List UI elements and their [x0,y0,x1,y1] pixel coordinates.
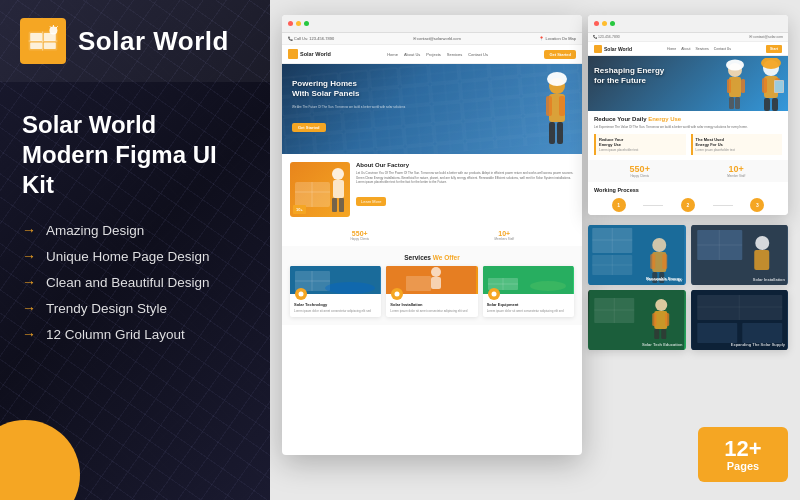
mini-logo-text: Solar World [300,51,331,57]
svg-rect-4 [44,43,56,49]
stat-clients: 550+ Happy Clients [290,230,430,241]
svg-rect-18 [559,96,565,116]
nav-cta-button[interactable]: Get Started [544,50,576,59]
svg-point-39 [395,292,400,297]
about-text: About Our Factory Let Us Convince You Of… [356,162,574,217]
svg-rect-95 [697,323,737,343]
sec-stat-clients-label: Happy Clients [594,174,686,178]
left-panel: Solar World Solar World Modern Figma UI … [0,0,270,500]
svg-rect-17 [546,96,552,116]
energy-card-2-title: The Most UsedEnergy For Us [696,137,780,147]
browser-bar [282,15,582,33]
browser-content: 📞 Call Us: 123-456-7890 ✉ contact@solarw… [282,33,582,455]
svg-rect-1 [30,33,42,41]
svg-rect-3 [30,43,42,49]
thumbs-inner: Renewable Energy Renewable Energy Solar … [588,225,788,350]
step-consulting-label: Consulting [610,215,627,216]
step-connector-1 [643,205,663,206]
page-thumb-renewable: Renewable Energy Renewable Energy [588,225,686,285]
arrow-icon: → [22,222,36,238]
arrow-icon: → [22,248,36,264]
step-funding-circle: 3 [750,198,764,212]
sec-nav-home: Home [667,47,676,51]
service-tech-title: Solar Technology [294,302,377,307]
mini-nav: Solar World Home About Us Projects Servi… [282,45,582,64]
brand-name: Solar World [78,27,229,56]
arrow-icon: → [22,300,36,316]
feature-text: Amazing Design [46,223,144,238]
sec-nav-services: Services [695,47,708,51]
svg-rect-92 [697,295,782,320]
left-content: Solar World Modern Figma UI Kit →Amazing… [0,82,270,382]
feature-list: →Amazing Design→Unique Home Page Design→… [22,222,248,342]
page-thumbnails-grid: Renewable Energy Renewable Energy Solar … [588,225,788,440]
page-thumb-supply: Expanding The Solar Supply [691,290,789,350]
svg-rect-88 [665,313,669,326]
stat-clients-label: Happy Clients [290,237,430,241]
energy-card-1-text: Lorem ipsum placeholder text [599,148,683,152]
feature-item: →12 Column Grid Layout [22,326,248,342]
svg-point-21 [547,72,567,86]
energy-section: Reduce Your Daily Energy Use Let Experie… [588,111,788,160]
svg-rect-52 [775,81,783,92]
svg-point-36 [431,267,441,277]
sec-stat-members-label: Member Staff [691,174,783,178]
feature-text: Clean and Beautiful Design [46,275,210,290]
svg-point-25 [332,168,344,180]
sec-topbar-phone: 📞 123-456-7890 [593,35,620,39]
arrow-icon: → [22,326,36,342]
right-panel: 📞 Call Us: 123-456-7890 ✉ contact@solarw… [270,0,800,500]
svg-point-56 [726,60,744,71]
svg-rect-27 [332,198,337,212]
svg-line-9 [56,27,57,28]
step-funding-label: Funding [751,215,764,216]
hero-cta-button[interactable]: Get Started [292,123,326,132]
process-title: Working Process [594,187,782,193]
svg-point-85 [655,299,667,311]
energy-card-1-title: Reduce YourEnergy Use [599,137,683,147]
sec-stat-members: 10+ Member Staff [691,164,783,178]
mini-logo: Solar World [288,49,331,59]
svg-point-33 [325,282,375,294]
sec-stat-members-number: 10+ [691,164,783,174]
svg-rect-28 [339,198,344,212]
step-consulting: 1 Consulting [594,198,643,216]
svg-rect-61 [735,97,740,109]
service-equip-title: Solar Equipment [487,302,570,307]
service-card-tech: Solar Technology Lorem ipsum dolor sit a… [290,266,381,317]
secondary-hero-text: Reshaping Energyfor the Future [594,66,664,87]
sec-stat-clients: 550+ Happy Clients [594,164,686,178]
services-section: Services We Offer [282,246,582,325]
svg-rect-26 [333,180,344,198]
service-equip-image [483,266,574,294]
svg-rect-37 [431,277,441,289]
step-planning-circle: 2 [681,198,695,212]
sec-logo: Solar World [594,45,632,53]
step-planning: 2 Planning [663,198,712,216]
sec-minimize-dot [602,21,607,26]
sec-nav-button[interactable]: Start [766,45,782,53]
svg-point-79 [755,236,769,250]
pages-badge-label: Pages [727,460,759,472]
hero-title: Powering HomesWith Solar Panels [292,79,405,100]
energy-info-cards: Reduce YourEnergy Use Lorem ipsum placeh… [594,134,782,155]
sec-stat-clients-number: 550+ [594,164,686,174]
service-cards: Solar Technology Lorem ipsum dolor sit a… [290,266,574,317]
svg-rect-22 [295,182,330,207]
svg-rect-80 [754,250,769,270]
svg-rect-58 [727,79,731,93]
feature-text: 12 Column Grid Layout [46,327,185,342]
about-learn-more-button[interactable]: Learn More [356,197,386,206]
step-planning-label: Planning [681,215,695,216]
nav-home: Home [387,52,398,57]
sec-logo-icon [594,45,602,53]
pages-badge: 12+ Pages [698,427,788,482]
svg-rect-87 [652,313,656,326]
svg-rect-96 [742,323,782,343]
nav-contact: Contact Us [468,52,488,57]
service-equip-text: Lorem ipsum dolor sit amet consectetur a… [487,309,570,313]
service-tech-text: Lorem ipsum dolor sit amet consectetur a… [294,309,377,313]
mini-topbar: 📞 Call Us: 123-456-7890 ✉ contact@solarw… [282,33,582,45]
secondary-hero-title: Reshaping Energyfor the Future [594,66,664,87]
feature-text: Unique Home Page Design [46,249,210,264]
